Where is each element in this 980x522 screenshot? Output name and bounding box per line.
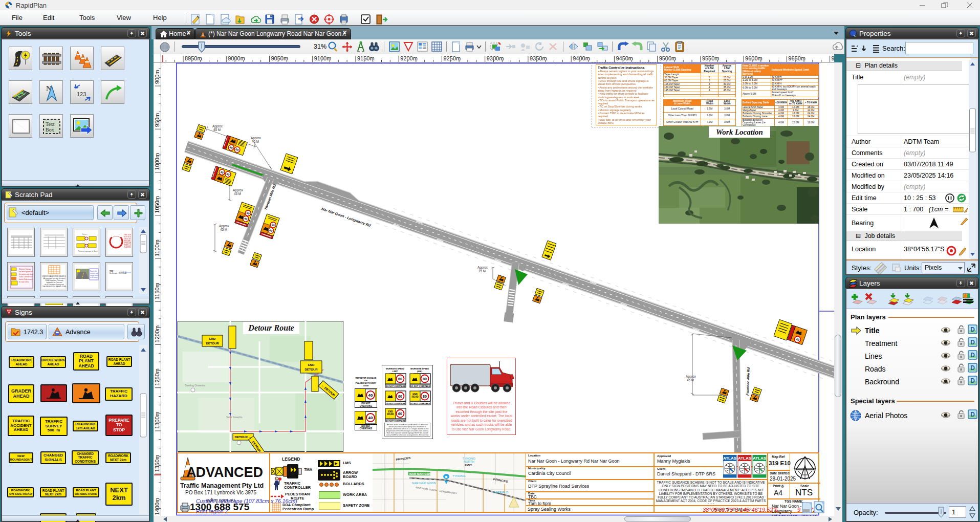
svg-text:NAR NAR GOON: NAR NAR GOON — [409, 472, 434, 475]
svg-text:AI Concept: AI Concept — [122, 271, 132, 273]
svg-text:1100m: 1100m — [154, 240, 160, 256]
svg-text:9400m: 9400m — [573, 55, 590, 61]
svg-text:Detour Route: Detour Route — [248, 323, 294, 332]
svg-text:has been agreed for: has been agreed for — [19, 271, 33, 273]
svg-text:1050m: 1050m — [154, 196, 160, 213]
svg-text:80: 80 — [423, 395, 427, 398]
svg-text:9450m: 9450m — [616, 55, 633, 61]
svg-text:Dowling Ortwerks: Dowling Ortwerks — [185, 384, 205, 387]
svg-text:9200m: 9200m — [400, 55, 418, 61]
svg-text:DO NOT OVERTAKE: DO NOT OVERTAKE — [410, 402, 430, 405]
svg-text:Worksite Signage: Worksite Signage — [19, 268, 31, 270]
svg-text:DO NOT OVERTAKE: DO NOT OVERTAKE — [386, 420, 406, 422]
svg-text:DO NOT OVERTAKE: DO NOT OVERTAKE — [386, 402, 406, 405]
svg-text:1150m: 1150m — [154, 282, 160, 299]
svg-text:Planned signage to 8am DERMATR: Planned signage to 8am DERMATROVOLN. Spo… — [78, 250, 98, 252]
svg-text:60: 60 — [398, 412, 402, 416]
svg-text:in 40 areas: in 40 areas — [90, 276, 98, 278]
svg-text:8950m: 8950m — [185, 55, 202, 61]
svg-text:60: 60 — [398, 395, 402, 398]
svg-text:TYNONG: TYNONG — [462, 457, 475, 460]
svg-text:Traffic Controllers in: Traffic Controllers in — [19, 276, 33, 278]
svg-text:9050m: 9050m — [271, 55, 288, 61]
svg-text:END: END — [209, 337, 216, 340]
svg-text:1000m: 1000m — [154, 153, 160, 170]
svg-text:45 M: 45 M — [220, 228, 227, 231]
svg-text:45 M: 45 M — [213, 128, 221, 132]
svg-text:ATLAS: ATLAS — [753, 456, 767, 461]
svg-text:the portion and should: the portion and should — [19, 273, 33, 275]
svg-text:DETOUR: DETOUR — [304, 368, 318, 371]
svg-text:ROAD: ROAD — [411, 396, 419, 398]
svg-text:ATLAS: ATLAS — [723, 456, 737, 461]
svg-text:950m: 950m — [154, 113, 160, 127]
svg-text:Fourteen Mile Rd: Fourteen Mile Rd — [746, 367, 750, 396]
svg-text:be road safety: be road safety — [19, 281, 29, 283]
svg-text:9100m: 9100m — [314, 55, 332, 61]
svg-text:40: 40 — [368, 416, 373, 420]
svg-text:ROAD: ROAD — [387, 413, 394, 416]
svg-text:1300m: 1300m — [154, 411, 160, 429]
svg-text:9150m: 9150m — [357, 55, 375, 61]
svg-text:900m: 900m — [154, 70, 160, 84]
svg-text:FLASHING: FLASHING — [124, 246, 131, 248]
svg-text:DETOUR: DETOUR — [206, 342, 219, 345]
svg-text:Work Location: Work Location — [716, 128, 763, 136]
svg-text:9250m: 9250m — [443, 55, 461, 61]
svg-text:45 M: 45 M — [234, 192, 241, 195]
svg-text:DO NOT OVERTAKE: DO NOT OVERTAKE — [410, 385, 430, 387]
svg-text:Text: Text — [46, 121, 55, 127]
svg-text:END: END — [308, 363, 315, 366]
svg-text:9650m: 9650m — [788, 55, 805, 61]
svg-text:15 M: 15 M — [478, 269, 486, 273]
svg-text:45 M: 45 M — [687, 378, 694, 382]
svg-text:NORTH: NORTH — [464, 460, 474, 463]
svg-text:9500m: 9500m — [659, 55, 677, 61]
svg-text:80: 80 — [423, 377, 427, 381]
svg-text:Box: Box — [46, 127, 54, 133]
svg-text:Iworks Pedestrians can: Iworks Pedestrians can — [19, 278, 33, 280]
svg-text:TYNONG: TYNONG — [452, 474, 466, 477]
svg-text:Notes: Notes — [82, 233, 87, 235]
svg-text:9300m: 9300m — [487, 55, 504, 61]
svg-text:DO NOT OVERTAKE: DO NOT OVERTAKE — [386, 385, 406, 387]
svg-text:9550m: 9550m — [702, 55, 720, 61]
svg-text:NAR NAR GOON: NAR NAR GOON — [412, 482, 436, 484]
svg-text:DETOUR →: DETOUR → — [235, 436, 252, 439]
svg-text:9350m: 9350m — [530, 55, 547, 61]
svg-text:FWY: FWY — [465, 464, 472, 466]
svg-text:1350m: 1350m — [154, 455, 160, 472]
svg-text:123: 123 — [77, 91, 86, 97]
svg-text:1200m: 1200m — [154, 325, 160, 343]
svg-text:40: 40 — [368, 393, 373, 398]
svg-text:9600m: 9600m — [745, 55, 763, 61]
svg-text:GARFIELD: GARFIELD — [493, 491, 508, 493]
svg-text:1250m: 1250m — [154, 368, 160, 386]
svg-text:ATLAS: ATLAS — [738, 456, 752, 461]
svg-text:Saint Josephs: Saint Josephs — [226, 416, 243, 419]
svg-text:9700m: 9700m — [832, 55, 834, 61]
svg-text:9000m: 9000m — [228, 55, 245, 61]
svg-text:45 M: 45 M — [252, 140, 259, 143]
svg-text:THE PEDESTR & SAFER ZONE: THE PEDESTR & SAFER ZONE — [42, 286, 66, 288]
svg-text:60: 60 — [398, 377, 402, 381]
svg-text:1400m: 1400m — [154, 498, 160, 515]
